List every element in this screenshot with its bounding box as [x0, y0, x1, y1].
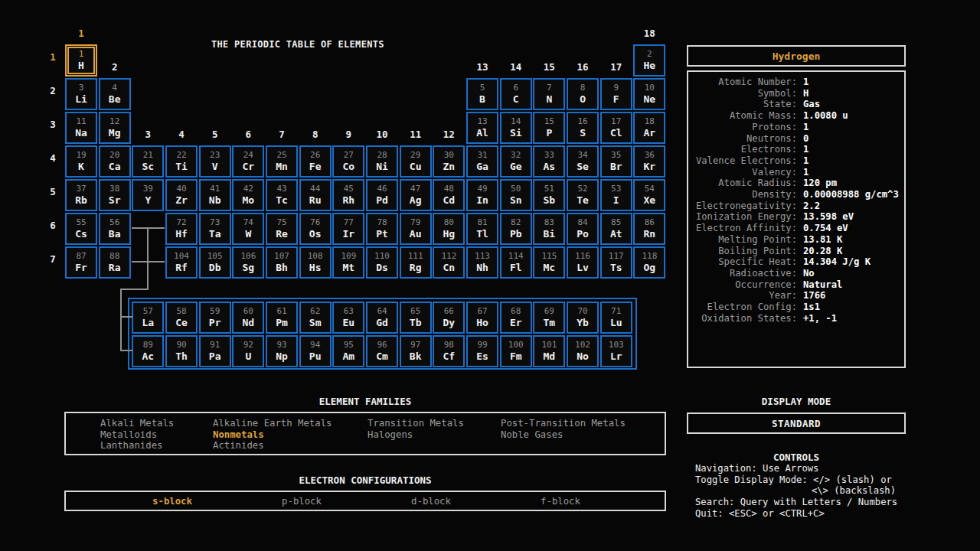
- detail-label: Electron Config:: [688, 302, 797, 313]
- period-label-7: 7: [44, 253, 61, 265]
- element-cell-C[interactable]: 6C: [500, 78, 532, 110]
- element-cell-Po[interactable]: 84Po: [567, 213, 599, 245]
- element-cell-Ir[interactable]: 77Ir: [332, 213, 364, 245]
- element-cell-H[interactable]: 1H: [65, 44, 97, 77]
- element-cell-He[interactable]: 2He: [633, 44, 665, 77]
- element-cell-Lv[interactable]: 116Lv: [567, 246, 599, 279]
- element-cell-Be[interactable]: 4Be: [99, 78, 131, 110]
- element-cell-Cr[interactable]: 24Cr: [232, 145, 264, 178]
- element-cell-Br[interactable]: 35Br: [600, 145, 632, 178]
- element-cell-Ni[interactable]: 28Ni: [366, 145, 398, 178]
- element-cell-Og[interactable]: 118Og: [633, 246, 665, 279]
- element-cell-B[interactable]: 5B: [466, 78, 498, 110]
- element-cell-Nb[interactable]: 41Nb: [199, 179, 231, 211]
- element-cell-Al[interactable]: 13Al: [466, 112, 498, 144]
- element-cell-Cn[interactable]: 112Cn: [433, 246, 465, 279]
- element-cell-Na[interactable]: 11Na: [65, 112, 97, 144]
- element-cell-W[interactable]: 74W: [232, 213, 264, 245]
- element-cell-V[interactable]: 23V: [199, 145, 231, 178]
- element-cell-Mg[interactable]: 12Mg: [99, 112, 131, 144]
- element-cell-K[interactable]: 19K: [65, 145, 97, 178]
- element-cell-Bh[interactable]: 107Bh: [266, 246, 298, 279]
- element-cell-Hs[interactable]: 108Hs: [299, 246, 332, 279]
- element-cell-Ba[interactable]: 56Ba: [99, 213, 131, 245]
- element-cell-Y[interactable]: 39Y: [132, 179, 164, 211]
- element-cell-Os[interactable]: 76Os: [299, 213, 332, 245]
- element-cell-Rf[interactable]: 104Rf: [165, 246, 198, 279]
- element-cell-Re[interactable]: 75Re: [266, 213, 298, 245]
- element-symbol: N: [534, 93, 564, 106]
- detail-value: 0: [803, 133, 808, 145]
- element-cell-Ne[interactable]: 10Ne: [633, 78, 665, 110]
- element-cell-Sr[interactable]: 38Sr: [99, 179, 131, 211]
- element-cell-Ga[interactable]: 31Ga: [466, 145, 498, 178]
- element-cell-Mc[interactable]: 115Mc: [533, 246, 565, 279]
- element-cell-Hg[interactable]: 80Hg: [433, 213, 465, 245]
- element-symbol: Rn: [635, 227, 664, 240]
- element-cell-Mt[interactable]: 109Mt: [332, 246, 364, 279]
- element-cell-Xe[interactable]: 54Xe: [633, 179, 665, 211]
- element-cell-Rg[interactable]: 111Rg: [400, 246, 432, 279]
- element-cell-I[interactable]: 53I: [600, 179, 632, 211]
- element-cell-Cu[interactable]: 29Cu: [400, 145, 432, 178]
- element-symbol: Na: [67, 126, 96, 139]
- element-cell-Kr[interactable]: 36Kr: [633, 145, 665, 178]
- element-symbol: Cl: [602, 126, 631, 139]
- element-cell-In[interactable]: 49In: [466, 179, 498, 211]
- detail-value: 2.2: [803, 201, 820, 212]
- element-cell-Ar[interactable]: 18Ar: [633, 112, 665, 144]
- element-cell-Zn[interactable]: 30Zn: [433, 145, 465, 178]
- element-cell-Se[interactable]: 34Se: [567, 145, 599, 178]
- element-cell-Cs[interactable]: 55Cs: [65, 213, 97, 245]
- element-cell-Sb[interactable]: 51Sb: [533, 179, 565, 211]
- element-cell-Ta[interactable]: 73Ta: [199, 213, 231, 245]
- element-cell-Fr[interactable]: 87Fr: [65, 246, 97, 279]
- element-cell-At[interactable]: 85At: [600, 213, 632, 245]
- element-cell-Rb[interactable]: 37Rb: [65, 179, 97, 211]
- element-cell-Si[interactable]: 14Si: [500, 112, 532, 144]
- element-cell-As[interactable]: 33As: [533, 145, 565, 178]
- element-cell-Zr[interactable]: 40Zr: [165, 179, 198, 211]
- element-cell-Tl[interactable]: 81Tl: [466, 213, 498, 245]
- element-cell-Rn[interactable]: 86Rn: [633, 213, 665, 245]
- element-cell-Li[interactable]: 3Li: [65, 78, 97, 110]
- element-cell-Nh[interactable]: 113Nh: [466, 246, 498, 279]
- element-cell-Mo[interactable]: 42Mo: [232, 179, 264, 211]
- element-symbol: Mt: [334, 261, 363, 274]
- element-cell-Ds[interactable]: 110Ds: [366, 246, 398, 279]
- element-cell-Ts[interactable]: 117Ts: [600, 246, 632, 279]
- element-symbol: Hg: [434, 227, 463, 240]
- element-cell-Cd[interactable]: 48Cd: [433, 179, 465, 211]
- element-cell-Sn[interactable]: 50Sn: [500, 179, 532, 211]
- element-symbol: Cn: [434, 261, 463, 274]
- element-cell-Pb[interactable]: 82Pb: [500, 213, 532, 245]
- element-cell-O[interactable]: 8O: [567, 78, 599, 110]
- element-cell-S[interactable]: 16S: [567, 112, 599, 144]
- element-cell-Hf[interactable]: 72Hf: [165, 213, 198, 245]
- element-cell-Te[interactable]: 52Te: [567, 179, 599, 211]
- element-cell-Mn[interactable]: 25Mn: [266, 145, 298, 178]
- element-cell-Ge[interactable]: 32Ge: [500, 145, 532, 178]
- element-cell-Ca[interactable]: 20Ca: [99, 145, 131, 178]
- element-cell-Bi[interactable]: 83Bi: [533, 213, 565, 245]
- element-cell-F[interactable]: 9F: [600, 78, 632, 110]
- element-cell-Pt[interactable]: 78Pt: [366, 213, 398, 245]
- element-cell-Fl[interactable]: 114Fl: [500, 246, 532, 279]
- element-cell-N[interactable]: 7N: [533, 78, 565, 110]
- element-cell-Fe[interactable]: 26Fe: [299, 145, 332, 178]
- element-cell-Db[interactable]: 105Db: [199, 246, 231, 279]
- element-cell-Ru[interactable]: 44Ru: [299, 179, 332, 211]
- atomic-number: 29: [401, 150, 430, 160]
- element-cell-Au[interactable]: 79Au: [400, 213, 432, 245]
- element-cell-Sg[interactable]: 106Sg: [232, 246, 264, 279]
- element-cell-Sc[interactable]: 21Sc: [132, 145, 164, 178]
- element-cell-Cl[interactable]: 17Cl: [600, 112, 632, 144]
- element-cell-Tc[interactable]: 43Tc: [266, 179, 298, 211]
- element-cell-Pd[interactable]: 46Pd: [366, 179, 398, 211]
- element-cell-Co[interactable]: 27Co: [332, 145, 364, 178]
- element-cell-P[interactable]: 15P: [533, 112, 565, 144]
- element-cell-Ti[interactable]: 22Ti: [165, 145, 198, 178]
- element-cell-Rh[interactable]: 45Rh: [332, 179, 364, 211]
- element-cell-Ra[interactable]: 88Ra: [99, 246, 131, 279]
- element-cell-Ag[interactable]: 47Ag: [400, 179, 432, 211]
